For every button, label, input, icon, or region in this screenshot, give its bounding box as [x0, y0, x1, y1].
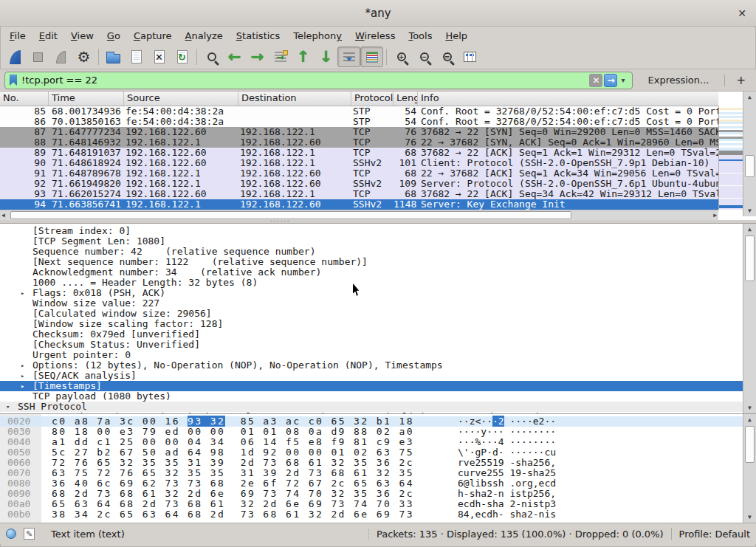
- hex-row[interactable]: 007063 75 72 76 65 32 35 35 31 39 2d 73 …: [0, 468, 743, 478]
- hex-ascii[interactable]: ····y··· ········: [458, 427, 556, 437]
- zoom-original-button[interactable]: =: [436, 47, 458, 67]
- hex-bytes[interactable]: 38 34 2c 65 63 64 68 2d 73 68 61 32 2d 6…: [52, 509, 414, 520]
- packet-row[interactable]: 9071.648618924192.168.122.60192.168.122.…: [0, 158, 718, 168]
- scroll-left-icon[interactable]: ◀: [1, 210, 5, 220]
- hex-bytes[interactable]: 68 2d 73 68 61 32 2d 6e 69 73 74 70 32 3…: [52, 489, 414, 499]
- detail-row[interactable]: TCP payload (1080 bytes): [0, 391, 743, 402]
- column-header-protocol[interactable]: Protocol: [351, 92, 394, 106]
- packet-row[interactable]: 9271.661949820192.168.122.1192.168.122.6…: [0, 179, 718, 189]
- scroll-up-icon[interactable]: ▲: [743, 92, 756, 102]
- resize-columns-button[interactable]: [458, 47, 481, 67]
- scroll-down-icon[interactable]: ▼: [743, 512, 756, 522]
- hex-row[interactable]: 0040a1 dd c1 25 00 00 04 34 06 14 f5 e8 …: [0, 437, 743, 447]
- expander-closed-icon[interactable]: ▸: [21, 288, 24, 298]
- column-header-info[interactable]: Info: [418, 92, 718, 106]
- hex-row[interactable]: 00b038 34 2c 65 63 64 68 2d 73 68 61 32 …: [0, 509, 743, 520]
- hex-row[interactable]: 009068 2d 73 68 61 32 2d 6e 69 73 74 70 …: [0, 489, 743, 499]
- filter-apply-icon[interactable]: →: [604, 74, 617, 87]
- go-first-button[interactable]: ↑: [292, 47, 315, 67]
- detail-row[interactable]: ▸Flags: 0x018 (PSH, ACK): [0, 288, 743, 298]
- detail-row[interactable]: Checksum: 0x79ed [unverified]: [0, 329, 743, 340]
- hex-ascii[interactable]: 6@libssh .org,ecd: [458, 478, 556, 489]
- hex-bytes[interactable]: 65 63 64 68 2d 73 68 61 32 2d 6e 69 73 7…: [52, 499, 414, 509]
- hex-ascii[interactable]: rve25519 -sha256,: [458, 458, 556, 468]
- expander-closed-icon[interactable]: ▸: [21, 360, 24, 371]
- reload-file-button[interactable]: ↻: [171, 47, 193, 67]
- packet-row[interactable]: 8971.648191037192.168.122.60192.168.122.…: [0, 148, 718, 158]
- column-header-no[interactable]: No.: [0, 92, 49, 106]
- expert-info-icon[interactable]: [6, 529, 16, 539]
- expression-button[interactable]: Expression...: [648, 75, 709, 86]
- column-header-destination[interactable]: Destination: [238, 92, 351, 106]
- scroll-up-icon[interactable]: ▲: [743, 224, 756, 234]
- capture-options-button[interactable]: ⚙: [72, 47, 95, 67]
- hex-ascii[interactable]: curve255 19-sha25: [458, 468, 556, 478]
- hex-ascii[interactable]: \'·gP·d· ······cu: [458, 447, 556, 458]
- detail-row[interactable]: [TCP Segment Len: 1080]: [0, 236, 743, 247]
- hex-bytes[interactable]: 80 18 00 e3 79 ed 00 00 01 01 08 0a d9 8…: [52, 427, 414, 437]
- auto-scroll-button[interactable]: [337, 47, 360, 67]
- hex-row[interactable]: 00a065 63 64 68 2d 73 68 61 32 2d 6e 69 …: [0, 499, 743, 509]
- menu-tools[interactable]: Tools: [402, 28, 439, 44]
- detail-row[interactable]: [Calculated window size: 29056]: [0, 309, 743, 319]
- detail-row[interactable]: [Stream index: 0]: [0, 226, 743, 236]
- intelligent-scrollbar[interactable]: [718, 106, 743, 210]
- hex-row[interactable]: 003080 18 00 e3 79 ed 00 00 01 01 08 0a …: [0, 427, 743, 437]
- expander-open-icon[interactable]: ▾: [6, 402, 10, 412]
- detail-row[interactable]: Acknowledgment number: 34 (relative ack …: [0, 267, 743, 278]
- hex-row[interactable]: 006072 76 65 32 35 35 31 39 2d 73 68 61 …: [0, 458, 743, 468]
- filter-value[interactable]: !tcp.port == 22: [21, 75, 589, 86]
- packet-row[interactable]: 8771.647777234192.168.122.60192.168.122.…: [0, 127, 718, 137]
- selected-ascii[interactable]: ·2: [492, 416, 504, 427]
- packet-row[interactable]: 9171.648789678192.168.122.1192.168.122.6…: [0, 168, 718, 179]
- menu-capture[interactable]: Capture: [127, 28, 179, 44]
- go-to-packet-button[interactable]: →: [269, 47, 292, 67]
- menu-telephony[interactable]: Telephony: [286, 28, 348, 44]
- zoom-out-button[interactable]: −: [413, 47, 436, 67]
- profile-button[interactable]: Profile: Default: [679, 529, 750, 540]
- packet-row[interactable]: 8670.013850163fe:54:00:d4:38:2aSTP54Conf…: [0, 117, 718, 127]
- detail-row[interactable]: [Next sequence number: 1122 (relative se…: [0, 257, 743, 267]
- detail-row[interactable]: Sequence number: 42 (relative sequence n…: [0, 247, 743, 257]
- column-header-time[interactable]: Time: [49, 92, 124, 106]
- close-icon[interactable]: ✕: [738, 7, 746, 20]
- detail-row[interactable]: Window size value: 227: [0, 298, 743, 309]
- scrollbar-thumb[interactable]: [745, 155, 755, 177]
- scrollbar-thumb[interactable]: [745, 426, 755, 463]
- open-file-button[interactable]: [102, 47, 125, 67]
- menu-view[interactable]: View: [64, 28, 100, 44]
- detail-row[interactable]: [Checksum Status: Unverified]: [0, 340, 743, 350]
- zoom-in-button[interactable]: +: [390, 47, 413, 67]
- scroll-down-icon[interactable]: ▼: [743, 206, 756, 216]
- hex-bytes[interactable]: 72 76 65 32 35 35 31 39 2d 73 68 61 32 3…: [52, 458, 414, 468]
- detail-row[interactable]: 1000 .... = Header Length: 32 bytes (8): [0, 278, 743, 288]
- restart-capture-button[interactable]: [49, 47, 72, 67]
- packet-list-hscrollbar[interactable]: ◀ ▶: [0, 210, 718, 220]
- hex-bytes[interactable]: c0 a8 7a 3c 00 16 93 32 85 a3 ac c0 65 3…: [52, 416, 414, 427]
- packet-row[interactable]: 9371.662015274192.168.122.60192.168.122.…: [0, 189, 718, 199]
- find-packet-button[interactable]: [200, 47, 223, 67]
- packet-row[interactable]: 8568.001734936fe:54:00:d4:38:2aSTP54Conf…: [0, 106, 718, 117]
- packet-row[interactable]: 8871.648146932192.168.122.1192.168.122.6…: [0, 137, 718, 148]
- hex-row[interactable]: 00505c 27 b2 67 50 ad 64 98 1d 92 00 00 …: [0, 447, 743, 458]
- filter-clear-icon[interactable]: ✕: [589, 74, 602, 87]
- save-file-button[interactable]: [125, 47, 148, 67]
- scroll-right-icon[interactable]: ▶: [713, 210, 717, 220]
- detail-row[interactable]: ▸Options: (12 bytes), No-Operation (NOP)…: [0, 360, 743, 371]
- hex-bytes[interactable]: 36 40 6c 69 62 73 73 68 2e 6f 72 67 2c 6…: [52, 478, 414, 489]
- go-forward-button[interactable]: →: [246, 47, 269, 67]
- packet-list-vscrollbar[interactable]: ▲ ▼: [743, 92, 756, 216]
- scroll-down-icon[interactable]: ▼: [743, 403, 756, 413]
- detail-row[interactable]: ▾SSH Protocol: [0, 402, 743, 412]
- hex-bytes[interactable]: a1 dd c1 25 00 00 04 34 06 14 f5 e8 f9 8…: [52, 437, 414, 447]
- menu-statistics[interactable]: Statistics: [230, 28, 286, 44]
- hex-ascii[interactable]: h-sha2-n istp256,: [458, 489, 556, 499]
- colorize-button[interactable]: [360, 47, 383, 67]
- selected-bytes[interactable]: 93 32: [188, 416, 225, 427]
- bytes-vscrollbar[interactable]: ▲ ▼: [743, 414, 756, 523]
- capture-comment-icon[interactable]: ✎: [24, 528, 35, 540]
- scroll-up-icon[interactable]: ▲: [743, 415, 756, 424]
- hex-row[interactable]: 008036 40 6c 69 62 73 73 68 2e 6f 72 67 …: [0, 478, 743, 489]
- hex-ascii[interactable]: ··z<···2 ····e2··: [458, 416, 556, 427]
- filter-bookmark-icon[interactable]: [10, 75, 17, 86]
